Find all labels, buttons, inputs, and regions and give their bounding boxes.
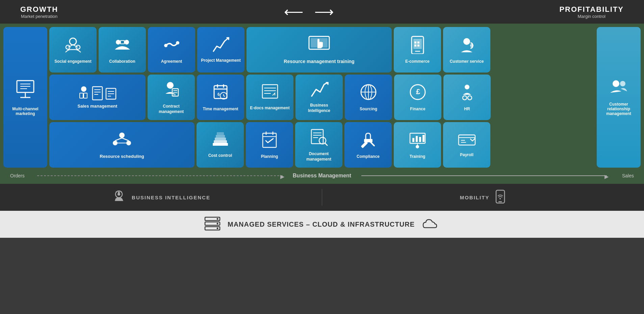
svg-point-37: [167, 82, 174, 89]
svg-point-6: [70, 38, 76, 45]
card-customer-service[interactable]: Customer service: [443, 27, 490, 73]
card-ecommerce[interactable]: E-commerce: [394, 27, 441, 73]
card-agreement[interactable]: Agreement: [148, 27, 195, 73]
row-1: Social engagement Collabo: [49, 27, 595, 73]
svg-rect-77: [217, 132, 224, 135]
customer-service-label: Customer service: [450, 59, 484, 64]
bi-section: BUSINESS INTELLIGENCE: [0, 189, 322, 206]
business-flow-section: Orders ▶ Business Management ▶ Sales: [3, 168, 641, 180]
svg-rect-28: [84, 93, 87, 98]
card-hr[interactable]: HR: [443, 75, 491, 120]
collaboration-label: Collaboration: [109, 59, 135, 64]
svg-rect-20: [414, 41, 416, 44]
svg-rect-94: [419, 137, 421, 142]
flow-arrow: ▶: [37, 175, 283, 176]
svg-point-60: [465, 85, 469, 89]
card-contract-management[interactable]: Contract management: [148, 75, 195, 120]
svg-point-103: [620, 81, 625, 86]
svg-point-102: [613, 80, 619, 87]
card-project-management[interactable]: Project Management: [197, 27, 244, 73]
orders-label: Orders: [10, 173, 37, 178]
header-profitability: PROFITABILITY Margin control: [559, 5, 624, 19]
cloud-icon: [421, 217, 440, 232]
card-compliance[interactable]: Compliance: [344, 122, 392, 168]
svg-point-24: [463, 38, 470, 45]
crm-label: Customerrelationshipmanagement: [606, 102, 631, 116]
svg-rect-74: [214, 140, 227, 143]
svg-point-13: [164, 44, 168, 47]
project-mgmt-icon: [212, 36, 230, 55]
card-finance[interactable]: £ Finance: [394, 75, 441, 120]
business-intelligence-label: Business Intelligence: [299, 103, 339, 113]
bottom-section: BUSINESS INTELLIGENCE MOBILITY: [0, 184, 644, 211]
card-resource-management-training[interactable]: Resource management training: [247, 27, 392, 73]
edocs-icon: [261, 84, 279, 103]
svg-point-67: [119, 133, 125, 138]
svg-point-106: [118, 192, 120, 194]
card-cost-control[interactable]: Cost control: [197, 122, 244, 168]
card-edocs-management[interactable]: E-docs management: [246, 75, 293, 120]
agreement-label: Agreement: [161, 59, 182, 64]
direction-arrow: ⟵ ⟶: [58, 4, 559, 20]
social-icon: [64, 35, 82, 56]
svg-point-96: [416, 145, 419, 148]
social-engagement-label: Social engagement: [54, 59, 91, 64]
card-document-management[interactable]: Document management: [295, 122, 342, 168]
svg-point-116: [217, 218, 218, 220]
edocs-management-label: E-docs management: [250, 106, 289, 111]
footer: MANAGED SERVICES – CLOUD & INFRASTRUCTUR…: [0, 211, 644, 238]
hr-label: HR: [464, 107, 470, 112]
main-content: Multi-channelmarketing: [0, 24, 644, 184]
time-management-label: Time management: [203, 107, 238, 112]
svg-point-26: [81, 86, 86, 92]
crm-icon: [609, 79, 629, 98]
business-management-label: Business Management: [293, 173, 351, 179]
cards-area: Multi-channelmarketing: [3, 27, 641, 168]
svg-rect-23: [417, 45, 419, 47]
cost-control-icon: [211, 131, 230, 150]
svg-point-62: [468, 96, 472, 100]
project-management-label: Project Management: [201, 58, 240, 63]
svg-rect-29: [93, 87, 102, 100]
svg-rect-73: [213, 143, 228, 146]
row-3: Resource scheduling Cost control: [49, 122, 595, 168]
card-resource-scheduling[interactable]: Resource scheduling: [49, 122, 195, 168]
time-mgmt-icon: 6: [211, 83, 230, 104]
svg-point-25: [470, 44, 473, 47]
resource-scheduling-icon: [112, 130, 132, 151]
document-mgmt-icon: [310, 128, 328, 149]
svg-line-71: [122, 138, 129, 141]
compliance-icon: [359, 131, 378, 151]
ecommerce-label: E-commerce: [405, 59, 430, 64]
card-payroll[interactable]: Payroll: [443, 122, 490, 168]
mobility-label: MOBILITY: [460, 195, 490, 200]
card-sales-management[interactable]: Sales management: [49, 75, 146, 120]
sales-mgmt-icon: [78, 86, 117, 101]
card-collaboration[interactable]: Collaboration: [99, 27, 146, 73]
profitability-title: PROFITABILITY: [559, 5, 624, 14]
contract-mgmt-icon: [163, 80, 180, 101]
card-sourcing[interactable]: Sourcing: [345, 75, 392, 120]
card-training[interactable]: Training: [394, 122, 441, 168]
card-social-engagement[interactable]: Social engagement: [49, 27, 97, 73]
card-time-management[interactable]: 6 Time management: [197, 75, 244, 120]
svg-line-49: [224, 96, 225, 96]
svg-text:£: £: [416, 87, 420, 96]
svg-point-14: [176, 41, 179, 45]
svg-rect-22: [414, 45, 416, 47]
svg-rect-27: [80, 93, 83, 98]
sales-management-label: Sales management: [78, 104, 118, 109]
card-business-intelligence[interactable]: Business Intelligence: [295, 75, 343, 120]
card-planning[interactable]: Planning: [246, 122, 293, 168]
resource-training-icon: [307, 35, 331, 56]
sourcing-icon: [359, 83, 378, 104]
sales-label: Sales: [607, 173, 634, 178]
svg-point-61: [463, 96, 467, 100]
svg-rect-21: [417, 41, 419, 44]
svg-rect-93: [416, 136, 418, 142]
contract-management-label: Contract management: [151, 104, 191, 114]
header-growth: GROWTH Market penetration: [20, 5, 58, 19]
svg-line-70: [115, 138, 122, 141]
crm-panel: Customerrelationshipmanagement: [597, 27, 641, 168]
managed-services-label: MANAGED SERVICES – CLOUD & INFRASTRUCTUR…: [228, 221, 415, 228]
